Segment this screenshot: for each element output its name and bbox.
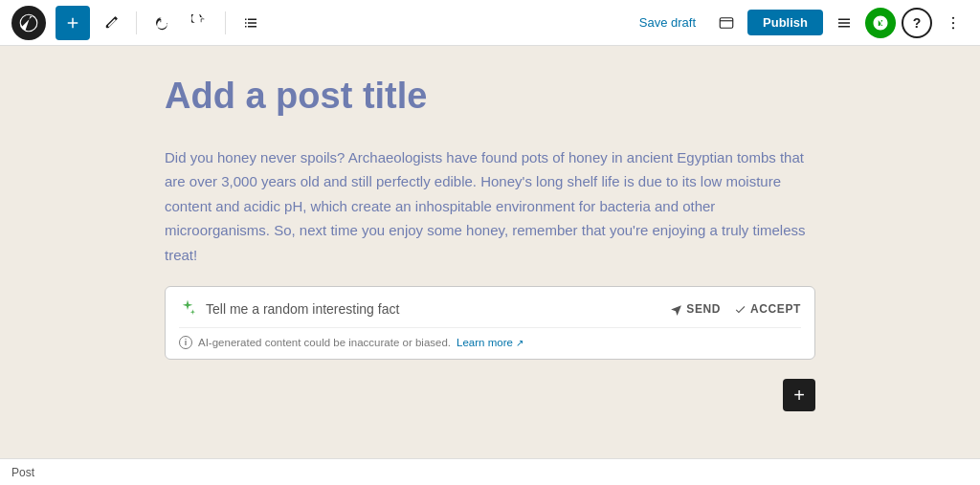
ai-prompt-box: Tell me a random interesting fact SEND A… [165, 286, 815, 360]
svg-point-2 [952, 21, 954, 23]
undo-button[interactable] [145, 6, 179, 40]
ai-prompt-row: Tell me a random interesting fact SEND A… [179, 298, 801, 320]
toolbar: Save draft Publish ? [0, 0, 980, 46]
save-draft-button[interactable]: Save draft [630, 10, 705, 35]
list-view-button[interactable] [234, 6, 268, 40]
help-label: ? [913, 15, 922, 31]
jetpack-button[interactable] [865, 8, 896, 38]
learn-more-link[interactable]: Learn more ↗ [457, 337, 523, 348]
redo-icon [191, 14, 209, 32]
redo-button[interactable] [183, 6, 217, 40]
status-bar: Post [0, 458, 980, 485]
info-label: i [185, 338, 188, 347]
ai-prompt-text: Tell me a random interesting fact [206, 301, 660, 317]
list-view-icon [242, 14, 259, 32]
post-body[interactable]: Did you honey never spoils? Archaeologis… [165, 145, 815, 268]
external-link-icon: ↗ [516, 338, 523, 348]
send-icon [670, 303, 682, 316]
settings-panel-icon [835, 14, 853, 32]
ai-actions: SEND ACCEPT [670, 302, 801, 316]
ai-send-button[interactable]: SEND [670, 302, 721, 316]
wp-logo-icon[interactable] [11, 6, 46, 40]
svg-point-3 [952, 27, 954, 29]
settings-panel-button[interactable] [829, 8, 859, 38]
learn-more-label: Learn more [457, 337, 513, 348]
send-label: SEND [686, 302, 721, 316]
plus-icon [64, 14, 81, 32]
ai-accept-button[interactable]: ACCEPT [734, 302, 801, 316]
pen-icon [102, 14, 120, 32]
toolbar-left [11, 6, 268, 40]
add-block-label: + [793, 385, 805, 407]
editor-area: Add a post title Did you honey never spo… [0, 46, 980, 458]
tools-button[interactable] [94, 6, 128, 40]
publish-button[interactable]: Publish [747, 10, 823, 35]
ai-spark-icon [179, 298, 196, 320]
svg-point-1 [952, 16, 954, 18]
preview-icon [718, 14, 735, 32]
editor-content: Add a post title Did you honey never spo… [165, 75, 815, 439]
disclaimer-text: AI-generated content could be inaccurate… [198, 337, 451, 348]
help-button[interactable]: ? [902, 8, 932, 38]
wordpress-icon [18, 12, 39, 33]
more-options-button[interactable] [938, 8, 969, 38]
add-block-floating-button[interactable]: + [783, 379, 815, 411]
post-title[interactable]: Add a post title [165, 75, 815, 119]
toolbar-right: Save draft Publish ? [630, 8, 969, 38]
toolbar-separator-1 [136, 11, 137, 34]
svg-rect-0 [720, 17, 733, 28]
accept-label: ACCEPT [750, 302, 801, 316]
info-icon: i [179, 336, 192, 349]
more-options-icon [945, 14, 962, 32]
add-block-row: + [165, 379, 815, 411]
post-status-label: Post [11, 466, 34, 479]
toolbar-separator-2 [225, 11, 226, 34]
undo-icon [153, 14, 170, 32]
accept-icon [734, 303, 746, 316]
add-block-button[interactable] [56, 6, 90, 40]
jetpack-icon [872, 14, 889, 32]
ai-disclaimer: i AI-generated content could be inaccura… [179, 327, 801, 349]
preview-button[interactable] [711, 8, 742, 38]
